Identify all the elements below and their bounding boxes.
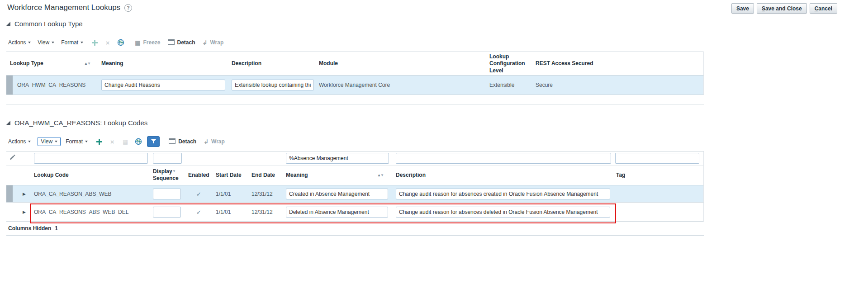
sort-descending-icon[interactable]: ▼ [172, 170, 176, 173]
save-button[interactable]: Save [731, 3, 754, 14]
sort-descending-icon[interactable]: ▼ [380, 174, 384, 177]
wrap-button: ↲ Wrap [203, 39, 224, 46]
column-header-module[interactable]: Module [319, 60, 338, 67]
display-sequence-input[interactable] [153, 207, 181, 218]
module-value: Workforce Management Core [319, 82, 390, 88]
section1-toolbar: Actions View Format × ▦ Freeze Detac [8, 37, 225, 48]
freeze-button: ▦ Freeze [135, 39, 160, 46]
query-by-example-filter-icon[interactable] [147, 136, 160, 147]
chevron-down-icon [55, 141, 57, 142]
chevron-down-icon [28, 141, 31, 142]
end-date-value: 12/31/12 [251, 209, 273, 215]
footer-bottom-border [6, 235, 704, 236]
query-by-example-row [6, 151, 704, 166]
expand-row-icon[interactable]: ▶ [23, 210, 26, 214]
meaning-input[interactable] [286, 189, 388, 199]
column-header-description[interactable]: Description [396, 172, 426, 179]
column-header-enabled[interactable]: Enabled [188, 172, 209, 179]
delete-row-icon: × [108, 137, 117, 146]
grid-icon: ▦ [121, 137, 130, 146]
section-title: Common Lookup Type [14, 20, 83, 28]
meaning-input[interactable] [286, 207, 388, 218]
table1-bottom-border [6, 104, 704, 105]
column-header-lookup-code[interactable]: Lookup Code [34, 172, 69, 179]
column-header-lookup-configuration-level[interactable]: Lookup Configuration Level [489, 53, 531, 74]
help-icon[interactable]: ? [124, 4, 132, 12]
enabled-check-icon: ✓ [196, 208, 201, 215]
sort-descending-icon[interactable]: ▼ [87, 62, 91, 66]
actions-menu[interactable]: Actions [8, 138, 31, 145]
lookup-type-table-row[interactable]: ORA_HWM_CA_REASONS Workforce Management … [6, 76, 704, 95]
detach-icon [168, 39, 175, 46]
filter-meaning-input[interactable] [286, 153, 389, 164]
display-sequence-input[interactable] [153, 189, 181, 199]
lookup-codes-table-header: Lookup Code Display Sequence ▲ ▼ Enabled… [6, 166, 704, 185]
lookup-configuration-level-value: Extensible [489, 82, 514, 88]
wrap-icon: ↲ [203, 40, 208, 46]
column-header-end-date[interactable]: End Date [251, 172, 275, 179]
filter-lookup-code-input[interactable] [34, 153, 148, 164]
column-header-lookup-type[interactable]: Lookup Type [10, 60, 43, 67]
lookup-code-row[interactable]: ▶ ORA_CA_REASONS_ABS_WEB_DEL ✓ 1/1/01 12… [6, 203, 704, 222]
freeze-icon: ▦ [135, 40, 140, 46]
section-common-lookup-type-header[interactable]: Common Lookup Type [6, 20, 83, 28]
chevron-down-icon [52, 42, 54, 43]
column-header-tag[interactable]: Tag [616, 172, 625, 179]
column-header-description[interactable]: Description [232, 60, 261, 67]
sort-icons[interactable]: ▲ ▼ [169, 170, 176, 173]
header-action-buttons: Save Save and Close Cancel [731, 3, 837, 14]
delete-row-icon: × [103, 38, 112, 47]
add-row-icon[interactable] [95, 137, 104, 146]
lookup-code-row[interactable]: ▶ ORA_CA_REASON_ABS_WEB ✓ 1/1/01 12/31/1… [6, 185, 704, 203]
filter-description-input[interactable] [396, 153, 611, 164]
rest-access-secured-value: Secure [536, 82, 553, 88]
lookup-code-value: ORA_CA_REASONS_ABS_WEB_DEL [34, 209, 128, 215]
wrap-icon: ↲ [204, 139, 209, 145]
collapse-section-icon[interactable] [6, 121, 10, 125]
sort-icons[interactable]: ▲ ▼ [84, 62, 91, 66]
lookup-type-table-header: Lookup Type ▲ ▼ Meaning Description Modu… [6, 52, 704, 76]
description-input[interactable] [232, 80, 314, 90]
description-input[interactable] [396, 189, 610, 199]
detach-button[interactable]: Detach [169, 138, 196, 145]
column-header-start-date[interactable]: Start Date [216, 172, 242, 179]
format-menu[interactable]: Format [66, 138, 88, 145]
section-lookup-codes-header[interactable]: ORA_HWM_CA_REASONS: Lookup Codes [6, 119, 147, 127]
expand-row-icon[interactable]: ▶ [23, 192, 26, 196]
lookup-type-value: ORA_HWM_CA_REASONS [17, 82, 85, 88]
start-date-value: 1/1/01 [216, 209, 231, 215]
detach-button[interactable]: Detach [168, 39, 195, 46]
add-row-icon [90, 38, 99, 47]
enabled-check-icon: ✓ [196, 190, 201, 197]
end-date-value: 12/31/12 [251, 191, 273, 197]
description-input[interactable] [396, 207, 610, 218]
lookup-code-value: ORA_CA_REASON_ABS_WEB [34, 191, 111, 197]
sort-icons[interactable]: ▲ ▼ [377, 174, 384, 177]
columns-hidden-status: Columns Hidden 1 [8, 225, 58, 232]
globe-icon[interactable] [134, 137, 143, 146]
columns-hidden-count: 1 [55, 225, 58, 232]
column-header-meaning[interactable]: Meaning [286, 172, 308, 179]
collapse-section-icon[interactable] [6, 22, 10, 26]
filter-display-sequence-input[interactable] [153, 153, 182, 164]
meaning-input[interactable] [101, 80, 225, 90]
view-menu[interactable]: View [38, 39, 54, 46]
page-title-text: Workforce Management Lookups [7, 3, 120, 12]
save-and-close-button[interactable]: Save and Close [757, 3, 807, 14]
globe-icon[interactable] [116, 38, 125, 47]
chevron-down-icon [81, 42, 83, 43]
chevron-down-icon [28, 42, 31, 43]
filter-tag-input[interactable] [615, 153, 699, 164]
row-selection-bar [6, 185, 13, 202]
column-header-meaning[interactable]: Meaning [101, 60, 123, 67]
wrap-button: ↲ Wrap [204, 138, 225, 145]
view-menu[interactable]: View [38, 137, 61, 146]
format-menu[interactable]: Format [61, 39, 83, 46]
page-title: Workforce Management Lookups ? [7, 3, 132, 12]
detach-icon [169, 138, 175, 145]
cancel-button[interactable]: Cancel [810, 3, 837, 14]
column-header-rest-access-secured[interactable]: REST Access Secured [536, 60, 593, 67]
actions-menu[interactable]: Actions [8, 39, 31, 46]
pencil-icon[interactable] [9, 154, 15, 162]
section-title: ORA_HWM_CA_REASONS: Lookup Codes [14, 119, 147, 127]
